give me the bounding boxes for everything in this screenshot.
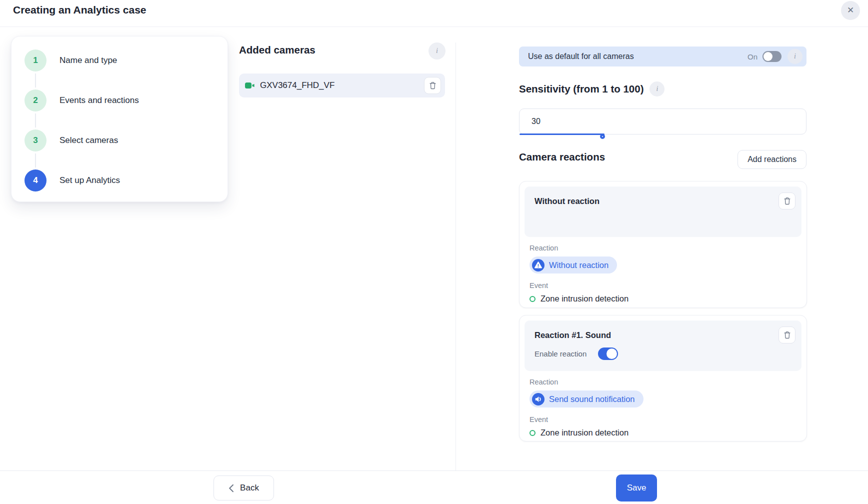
enable-reaction-row: Enable reaction (534, 348, 792, 360)
back-button[interactable]: Back (214, 476, 274, 500)
sensitivity-slider-handle[interactable] (600, 134, 605, 139)
warning-icon (532, 259, 544, 272)
reaction-card-title: Without reaction (534, 196, 792, 206)
event-name: Zone intrusion detection (540, 294, 628, 304)
event-status-icon (530, 430, 536, 436)
step-label: Name and type (60, 56, 117, 66)
step-number-badge: 2 (24, 90, 46, 112)
enable-reaction-label: Enable reaction (534, 350, 586, 358)
reaction-chip-label: Without reaction (549, 260, 608, 270)
reaction-card-sound: Reaction #1. Sound Enable reaction (519, 315, 807, 442)
remove-camera-button[interactable] (424, 77, 441, 94)
vertical-divider (456, 42, 456, 470)
camera-icon (245, 82, 255, 89)
event-status-icon (530, 296, 536, 302)
use-as-default-toggle[interactable] (762, 51, 782, 62)
step-label: Select cameras (60, 136, 118, 146)
close-button[interactable]: ✕ (841, 1, 860, 20)
sensitivity-input[interactable] (520, 109, 806, 134)
added-cameras-heading: Added cameras (239, 44, 316, 56)
toggle-knob (606, 348, 617, 359)
delete-reaction-button[interactable] (778, 192, 796, 210)
info-icon: i (656, 85, 658, 92)
camera-name: GXV3674_FHD_VF (260, 80, 334, 90)
step-number-badge: 1 (24, 50, 46, 72)
event-field-label: Event (530, 282, 802, 290)
reaction-chip-sound-notification[interactable]: Send sound notification (530, 390, 644, 408)
enable-reaction-toggle[interactable] (598, 348, 618, 360)
trash-icon (429, 82, 436, 90)
sensitivity-heading-row: Sensitivity (from 1 to 100) i (519, 82, 664, 96)
step-number-badge: 3 (24, 130, 46, 152)
reaction-chip-label: Send sound notification (549, 394, 635, 404)
toggle-state-label: On (748, 52, 758, 61)
step-connector (35, 114, 36, 128)
add-reactions-button[interactable]: Add reactions (738, 150, 806, 169)
info-icon: i (794, 52, 796, 60)
step-set-up-analytics[interactable]: 4 Set up Analytics (24, 170, 120, 192)
step-connector (35, 74, 36, 88)
step-label: Set up Analytics (60, 176, 120, 186)
use-as-default-info-button[interactable]: i (788, 49, 802, 64)
reaction-field-label: Reaction (530, 378, 802, 386)
added-cameras-info-button[interactable]: i (428, 42, 446, 60)
reaction-card-header: Without reaction (524, 186, 802, 237)
save-button[interactable]: Save (616, 474, 657, 502)
trash-icon (784, 197, 791, 205)
step-events-and-reactions[interactable]: 2 Events and reactions (24, 90, 139, 112)
step-name-and-type[interactable]: 1 Name and type (24, 50, 117, 72)
analytics-case-dialog: Creating an Analytics case ✕ 1 Name and … (0, 0, 868, 504)
reaction-field-label: Reaction (530, 244, 802, 252)
reaction-card-title: Reaction #1. Sound (534, 330, 792, 340)
info-icon: i (436, 47, 438, 54)
dialog-footer: Back Save (0, 470, 868, 504)
step-connector (35, 154, 36, 168)
camera-list-item: GXV3674_FHD_VF (239, 74, 445, 98)
speaker-icon (532, 393, 544, 406)
delete-reaction-button[interactable] (778, 326, 796, 344)
event-row: Zone intrusion detection (530, 428, 802, 438)
event-row: Zone intrusion detection (530, 294, 802, 304)
toggle-knob (764, 52, 772, 61)
close-icon: ✕ (847, 6, 854, 15)
sensitivity-slider-track (520, 134, 604, 135)
reaction-chip-without-reaction[interactable]: Without reaction (530, 256, 617, 274)
sensitivity-info-button[interactable]: i (650, 82, 664, 96)
use-as-default-row: Use as default for all cameras On i (519, 46, 806, 66)
sensitivity-heading: Sensitivity (from 1 to 100) (519, 83, 644, 95)
analytics-settings-panel: Use as default for all cameras On i Sens… (519, 0, 806, 470)
sensitivity-field (519, 108, 806, 134)
step-number-badge-active: 4 (24, 170, 46, 192)
chevron-left-icon (228, 484, 234, 492)
page-title: Creating an Analytics case (13, 0, 146, 20)
step-label: Events and reactions (60, 96, 139, 106)
reaction-card-without-reaction: Without reaction Reaction (519, 181, 807, 308)
use-as-default-label: Use as default for all cameras (528, 52, 634, 61)
back-button-label: Back (240, 483, 259, 493)
wizard-stepper: 1 Name and type 2 Events and reactions 3… (11, 36, 228, 202)
trash-icon (784, 331, 791, 339)
event-field-label: Event (530, 416, 802, 424)
step-select-cameras[interactable]: 3 Select cameras (24, 130, 118, 152)
event-name: Zone intrusion detection (540, 428, 628, 438)
camera-reactions-heading: Camera reactions (519, 151, 605, 163)
reaction-card-header: Reaction #1. Sound Enable reaction (524, 320, 802, 371)
